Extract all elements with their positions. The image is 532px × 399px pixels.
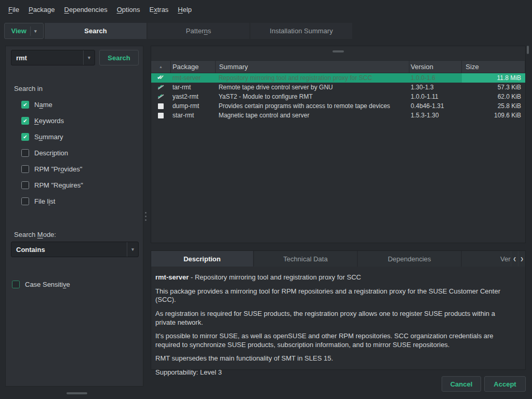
package-name: tar-rmt — [171, 83, 216, 92]
package-version: 1.30-1.3 — [409, 83, 462, 92]
case-sensitive-checkbox[interactable]: Case Sensitive — [12, 276, 70, 292]
table-row[interactable]: dump-rmtProvides certain programs with a… — [151, 101, 525, 111]
unchecked-checkbox-icon[interactable] — [21, 165, 29, 173]
accept-button[interactable]: Accept — [484, 376, 526, 392]
description-title: rmt-server - Repository mirroring tool a… — [155, 273, 517, 282]
column-header-version[interactable]: Version — [409, 61, 462, 73]
column-header-status[interactable]: ▲ — [151, 61, 171, 73]
column-header-size[interactable]: Size — [462, 61, 525, 73]
package-table-rows: ✔✔rmt-serverRepository mirroring tool an… — [151, 73, 525, 120]
checkbox-label: RPM "Provides" — [34, 165, 82, 173]
filter-checkbox-summary[interactable]: ✔Summary — [21, 129, 83, 145]
checkbox-label: Summary — [34, 133, 63, 141]
package-name: rmt-server — [171, 73, 216, 83]
filter-checkbox-description[interactable]: Description — [21, 145, 83, 161]
package-size: 62.0 KiB — [462, 92, 525, 101]
view-button[interactable]: View ▾ — [4, 23, 44, 39]
tab-scroll-buttons: ❮ ❯ — [511, 251, 525, 267]
cancel-button[interactable]: Cancel — [442, 376, 481, 392]
checkbox-label: File list — [34, 197, 55, 205]
search-input[interactable]: rmt ▾ — [11, 50, 95, 65]
package-summary: Magnetic tape control and server — [216, 111, 409, 120]
package-size: 25.8 KiB — [462, 101, 525, 111]
detail-tab-bar: DescriptionTechnical DataDependenciesVer… — [151, 251, 525, 267]
detail-tab-description[interactable]: Description — [151, 251, 253, 267]
column-header-package[interactable]: Package — [171, 61, 216, 73]
package-summary: Provides certain programs with access to… — [216, 101, 409, 111]
checked-checkbox-icon[interactable]: ✔ — [21, 101, 29, 109]
table-row[interactable]: star-rmtMagnetic tape control and server… — [151, 111, 525, 120]
package-name: yast2-rmt — [171, 92, 216, 101]
package-size: 57.3 KiB — [462, 83, 525, 92]
menu-file[interactable]: File — [4, 4, 24, 16]
horizontal-scrollbar-thumb[interactable] — [66, 392, 87, 394]
search-mode-value: Contains — [16, 246, 45, 254]
filter-checkbox-rpm-provides[interactable]: RPM "Provides" — [21, 161, 83, 177]
tab-installation-summary[interactable]: Installation Summary — [250, 23, 352, 39]
filter-checkbox-name[interactable]: ✔Name — [21, 97, 83, 113]
filter-checkbox-file-list[interactable]: File list — [21, 193, 83, 209]
package-detail-panel: DescriptionTechnical DataDependenciesVer… — [151, 250, 526, 370]
status-cell[interactable]: ✔✔ — [151, 73, 171, 83]
unchecked-checkbox-icon[interactable] — [21, 149, 29, 157]
status-cell[interactable] — [151, 111, 171, 120]
detail-tab-versions[interactable]: Versions — [462, 251, 512, 267]
menu-help[interactable]: Help — [173, 4, 196, 16]
description-paragraph: It's possible to mirror SUSE, as well as… — [155, 332, 517, 349]
package-table-panel: ▲PackageSummaryVersionSize ✔✔rmt-serverR… — [151, 46, 526, 243]
package-name: star-rmt — [171, 111, 216, 120]
package-description: rmt-server - Repository mirroring tool a… — [151, 267, 525, 369]
view-button-label: View — [11, 27, 26, 35]
package-size: 11.8 MiB — [462, 73, 525, 83]
keep-installed-status-icon: ✔ — [157, 93, 165, 101]
checked-checkbox-icon[interactable]: ✔ — [21, 133, 29, 141]
search-button[interactable]: Search — [99, 50, 139, 65]
package-version: 1.0.0-1.6 — [409, 73, 462, 83]
description-paragraph: This package provides a mirroring tool f… — [155, 287, 517, 304]
splitter-handle[interactable] — [145, 212, 147, 221]
package-size: 109.6 KiB — [462, 111, 525, 120]
table-row[interactable]: ✔yast2-rmtYaST2 - Module to configure RM… — [151, 92, 525, 101]
package-summary: Remote tape drive control server by GNU — [216, 83, 409, 92]
view-tab-bar: View ▾ SearchPatternsInstallation Summar… — [0, 23, 532, 39]
vertical-scrollbar-thumb[interactable] — [527, 46, 529, 54]
table-row[interactable]: ✔tar-rmtRemote tape drive control server… — [151, 83, 525, 92]
not-installed-status-icon — [157, 112, 165, 119]
chevron-down-icon: ▾ — [30, 26, 37, 36]
checked-checkbox-icon[interactable]: ✔ — [21, 117, 29, 125]
menu-dependencies[interactable]: Dependencies — [60, 4, 112, 16]
search-mode-label: Search Mode: — [14, 231, 56, 238]
menu-extras[interactable]: Extras — [145, 4, 174, 16]
status-cell[interactable]: ✔ — [151, 92, 171, 101]
search-sidebar: rmt ▾ Search Search in ✔Name✔Keywords✔Su… — [5, 46, 143, 387]
tab-patterns[interactable]: Patterns — [148, 23, 249, 39]
menu-package[interactable]: Package — [24, 4, 60, 16]
filter-checkbox-rpm-requires[interactable]: RPM "Requires" — [21, 177, 83, 193]
detail-tab-dependencies[interactable]: Dependencies — [358, 251, 461, 267]
package-manager-window: FilePackageDependenciesOptionsExtrasHelp… — [0, 0, 532, 19]
table-row[interactable]: ✔✔rmt-serverRepository mirroring tool an… — [151, 73, 525, 83]
description-paragraph: RMT supersedes the main functionality of… — [155, 354, 517, 363]
status-cell[interactable] — [151, 101, 171, 111]
package-version: 1.0.0-1.11 — [409, 92, 462, 101]
scroll-tabs-right-button[interactable]: ❯ — [518, 251, 525, 267]
menu-options[interactable]: Options — [112, 4, 145, 16]
chevron-down-icon[interactable]: ▾ — [83, 50, 95, 65]
main-tabs: SearchPatternsInstallation Summary — [45, 23, 353, 39]
sort-ascending-icon: ▲ — [159, 61, 163, 73]
package-name: dump-rmt — [171, 101, 216, 111]
checkbox-label: RPM "Requires" — [34, 181, 83, 189]
detail-tabs: DescriptionTechnical DataDependenciesVer… — [151, 251, 512, 267]
unchecked-checkbox-icon[interactable] — [12, 281, 20, 288]
status-cell[interactable]: ✔ — [151, 83, 171, 92]
filter-checkbox-keywords[interactable]: ✔Keywords — [21, 113, 83, 129]
column-header-summary[interactable]: Summary — [216, 61, 409, 73]
detail-tab-technical-data[interactable]: Technical Data — [254, 251, 357, 267]
unchecked-checkbox-icon[interactable] — [21, 181, 29, 189]
unchecked-checkbox-icon[interactable] — [21, 197, 29, 205]
scroll-tabs-left-button[interactable]: ❮ — [511, 251, 518, 267]
horizontal-scrollbar-thumb[interactable] — [332, 50, 344, 52]
search-mode-select[interactable]: Contains ▾ — [11, 242, 139, 257]
table-header: ▲PackageSummaryVersionSize — [151, 60, 525, 73]
tab-search[interactable]: Search — [45, 23, 147, 39]
